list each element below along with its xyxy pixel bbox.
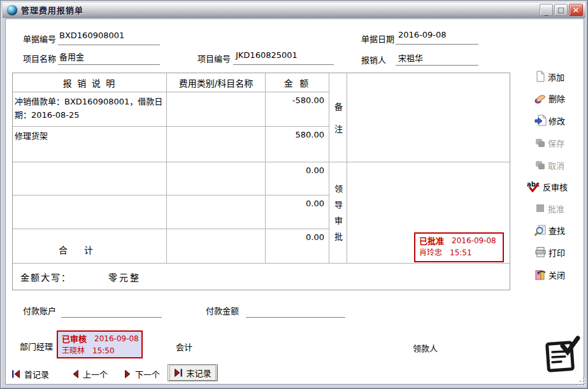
title-bar[interactable]: 管理费用报销单 _ □ × <box>3 3 585 18</box>
resize-grip[interactable] <box>575 376 584 385</box>
remark-area[interactable] <box>347 73 510 162</box>
payee-label: 领款人 <box>413 342 438 354</box>
last-record-icon <box>174 369 183 377</box>
app-window: 管理费用报销单 _ □ × 单据编号 BXD160908001 单据日期 201… <box>0 0 588 389</box>
find-button[interactable]: 查找 <box>527 223 585 237</box>
delete-button[interactable]: 删除 <box>527 91 585 105</box>
approved-stamp: 已批准2016-09-08 肖玲忠15:51 <box>414 232 504 262</box>
search-icon <box>534 224 547 236</box>
approved-stamp-time: 15:51 <box>450 247 472 259</box>
expense-table: 报 销 说 明 费用类别/科目名称 金 额 冲销借款单：BXD160908001… <box>12 73 510 290</box>
col-header-amount: 金 额 <box>266 73 329 92</box>
first-record-icon <box>11 370 20 378</box>
print-icon <box>534 246 547 258</box>
add-button[interactable]: 添加 <box>527 69 585 83</box>
col-header-description: 报 销 说 明 <box>13 73 167 92</box>
audited-stamp-status: 已审核 <box>62 333 87 345</box>
leader-approval-vertical-label: 领导审批 <box>329 162 347 264</box>
row2-category[interactable] <box>167 127 266 162</box>
total-label: 合 计 <box>13 229 167 264</box>
payment-amount-label: 付款金额 <box>206 304 239 316</box>
window-title: 管理费用报销单 <box>21 4 83 16</box>
approved-stamp-status: 已批准 <box>419 235 444 247</box>
leader-approval-area: 已批准2016-09-08 肖玲忠15:51 <box>347 162 510 264</box>
total-category-cell <box>167 229 266 264</box>
total-amount: 0.00 <box>266 229 329 264</box>
first-record-button[interactable]: 首记录 <box>11 367 49 381</box>
audited-stamp-date: 2016-09-08 <box>94 333 139 345</box>
doc-no-value[interactable]: BXD160908001 <box>59 31 124 40</box>
project-no-label: 项目编号 <box>197 52 231 64</box>
cancel-button: 取消 <box>527 158 585 172</box>
last-record-button[interactable]: 末记录 <box>168 364 218 381</box>
abc-uncheck-icon: abc <box>527 181 541 192</box>
cancel-icon <box>534 159 546 171</box>
approved-stamp-name: 肖玲忠 <box>419 247 442 259</box>
amount-in-words-value: 零元整 <box>71 271 141 283</box>
claimant-underline <box>396 65 478 66</box>
col-header-category: 费用类别/科目名称 <box>167 73 266 92</box>
minimize-button[interactable]: _ <box>540 4 553 16</box>
amount-in-words-label: 金额大写： <box>13 271 71 283</box>
row2-description[interactable]: 修理货架 <box>13 127 167 162</box>
print-button[interactable]: 打印 <box>527 245 585 259</box>
previous-record-button[interactable]: 上一个 <box>72 367 108 381</box>
payment-account-label: 付款账户 <box>23 304 56 316</box>
doc-date-label: 单据日期 <box>361 32 394 45</box>
doc-date-underline <box>396 44 478 45</box>
project-name-label: 项目名称 <box>23 52 56 64</box>
project-name-underline <box>58 64 160 65</box>
row3-description[interactable] <box>13 162 167 195</box>
save-icon <box>534 137 546 148</box>
payment-account-underline <box>61 317 162 318</box>
add-page-icon <box>534 71 546 82</box>
row4-amount[interactable]: 0.00 <box>266 195 329 229</box>
project-no-value[interactable]: JKD160825001 <box>236 50 298 60</box>
remark-vertical-label: 备注 <box>329 73 347 162</box>
row3-category[interactable] <box>167 162 266 195</box>
modify-page-icon <box>534 115 547 126</box>
claimant-value[interactable]: 宋祖华 <box>398 52 423 64</box>
approve-icon <box>534 202 546 214</box>
next-record-icon <box>124 370 131 378</box>
approved-stamp-date: 2016-09-08 <box>452 235 496 247</box>
audited-stamp: 已审核2016-09-08 王晓林15:50 <box>57 330 143 358</box>
row4-description[interactable] <box>13 195 167 229</box>
row2-amount[interactable]: 580.00 <box>266 127 329 162</box>
claimant-label: 报销人 <box>361 53 386 66</box>
payment-amount-underline <box>246 317 345 318</box>
row1-amount[interactable]: -580.00 <box>266 92 329 127</box>
doc-no-underline <box>58 45 160 45</box>
accountant-label: 会计 <box>176 341 192 353</box>
next-record-button[interactable]: 下一个 <box>124 367 160 381</box>
approve-button: 批准 <box>527 201 585 215</box>
delete-hand-icon <box>534 92 547 104</box>
project-name-value[interactable]: 备用金 <box>59 50 84 62</box>
audited-stamp-time: 15:50 <box>92 345 115 357</box>
row3-amount[interactable]: 0.00 <box>266 162 329 195</box>
previous-record-icon <box>72 370 79 378</box>
row1-category[interactable] <box>167 92 266 127</box>
close-button[interactable]: × <box>569 4 583 16</box>
row4-category[interactable] <box>167 195 266 229</box>
app-globe-icon <box>7 5 17 15</box>
dept-manager-label: 部门经理 <box>20 340 53 352</box>
exit-button[interactable]: 关闭 <box>527 267 585 281</box>
audited-stamp-name: 王晓林 <box>62 345 85 357</box>
document-check-watermark-icon <box>542 336 580 377</box>
maximize-button[interactable]: □ <box>554 4 568 16</box>
project-no-underline <box>233 64 334 65</box>
row1-description[interactable]: 冲销借款单：BXD160908001，借款日期：2016-08-25 <box>13 92 167 127</box>
close-door-icon <box>534 269 547 281</box>
doc-date-value[interactable]: 2016-09-08 <box>398 30 447 39</box>
amount-in-words-row: 金额大写： 零元整 <box>13 264 510 290</box>
modify-button[interactable]: 修改 <box>527 113 585 127</box>
reverse-audit-button[interactable]: abc 反审核 <box>527 180 585 194</box>
save-button: 保存 <box>527 136 585 150</box>
doc-no-label: 单据编号 <box>23 32 56 45</box>
